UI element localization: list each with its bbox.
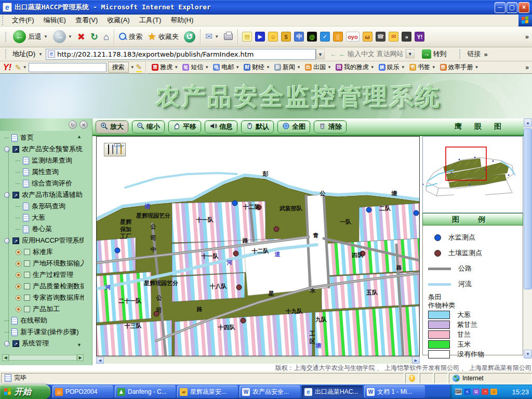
menu-item-4[interactable]: 工具(T) (135, 15, 166, 26)
mail-caret-icon[interactable]: ▼ (215, 34, 219, 39)
yahoo-item-chart[interactable]: 财财经▼ (242, 63, 272, 72)
pencil-caret-icon[interactable]: ▼ (23, 65, 27, 70)
close-button[interactable]: × (518, 2, 529, 13)
expand-toggle-icon[interactable] (16, 307, 21, 312)
back-caret-icon[interactable]: ▼ (44, 34, 48, 39)
yahoo-search-input[interactable] (29, 63, 107, 72)
address-input[interactable]: e http://202.121.178.183/exportweb/publi… (46, 49, 316, 60)
sidebar-item-11[interactable]: 产地环境数据输入 (2, 258, 84, 269)
mail-button[interactable]: ✉▼ (203, 28, 221, 46)
start-button[interactable]: 开始 (0, 384, 50, 399)
page-vscrollbar[interactable]: ▲ ▼ (524, 118, 532, 358)
pencil-icon[interactable]: ✎ (15, 63, 21, 72)
highlighter-icon[interactable]: ✎ (136, 63, 142, 72)
keyboard-tray-icon[interactable]: ⌨ (455, 389, 462, 395)
y-messenger-icon[interactable]: Y! (415, 32, 424, 42)
history-button[interactable]: ↺ (181, 28, 198, 46)
water-monitor-point[interactable] (232, 201, 237, 206)
phone-black-icon[interactable]: ☎ (376, 32, 386, 42)
yahoo-item-bookmark[interactable]: 书书签▼ (407, 63, 438, 72)
sidebar-item-5[interactable]: ↗农产品市场流通辅助 (2, 189, 84, 201)
water-monitor-point[interactable] (414, 210, 419, 216)
map-tool-trash[interactable]: 清除 (314, 121, 347, 134)
clock[interactable]: 15:23 (512, 388, 529, 396)
sidebar-item-10[interactable]: 标准库 (2, 246, 84, 258)
map-tool-mouse[interactable]: 默认 (241, 121, 274, 134)
sidebar-item-4[interactable]: 综合查询评价 (2, 178, 84, 189)
links-menu[interactable]: 链接 » (457, 49, 488, 59)
taskbar-task-1[interactable]: ♟Danfeng - C... (115, 385, 176, 398)
yahoo-item-calendar[interactable]: 效效率手册▼ (438, 63, 481, 72)
sidebar-item-3[interactable]: 属性查询 (2, 166, 84, 178)
sidebar-hscrollbar[interactable]: ◀ ▶ (2, 354, 84, 361)
maximize-button[interactable]: ▢ (507, 2, 517, 13)
map-tool-zoom-out[interactable]: 缩小 (132, 121, 165, 134)
arrows-dark-icon[interactable]: » (402, 32, 411, 42)
sidebar-scroll-left-icon[interactable]: ◀ (2, 354, 9, 361)
expand-toggle-icon[interactable] (16, 295, 21, 301)
yahoo-item-phone-purple[interactable]: 短短信▼ (180, 63, 211, 72)
stop-button[interactable]: ✖ (75, 28, 88, 46)
menu-item-0[interactable]: 文件(F) (7, 15, 39, 26)
go-button[interactable]: → 转到 (419, 49, 450, 59)
yahoo-item-book[interactable]: 出出国▼ (303, 63, 334, 72)
map-folder-button[interactable] (121, 145, 122, 154)
oyo-red-icon[interactable]: oyo (346, 32, 360, 42)
tree-scroll-down-icon[interactable]: ▼ (77, 342, 82, 348)
farm-map-canvas[interactable]: 彭公塘塘星辉现园艺分星辉保加工厂公司中十一队十二队武装部队一队二队青路十二队道十… (97, 137, 419, 356)
smart-nav[interactable]: ← ← 输入中文 直达网站 ▼ (330, 49, 415, 59)
scroll-up-icon[interactable]: ▲ (524, 118, 532, 127)
sidebar-item-13[interactable]: 产品质量检测数据 (2, 281, 84, 292)
yahoo-item-y-red[interactable]: 雅雅虎▼ (150, 63, 180, 72)
taskbar-task-4[interactable]: e出口蔬菜HAC... (302, 385, 363, 398)
expand-toggle-icon[interactable] (4, 341, 10, 347)
sidebar-item-2[interactable]: 监测结果查询 (2, 155, 84, 166)
favorites-button[interactable]: ★ 收藏夹 (145, 28, 181, 46)
smartnav-caret-icon[interactable]: ▼ (406, 49, 415, 59)
map-scroll-right-icon[interactable]: ▶ (412, 357, 420, 364)
taskbar-task-0[interactable]: ☺POPO2004 (52, 385, 113, 398)
taskbar-task-3[interactable]: W农产品安全... (240, 385, 300, 398)
sidebar-item-1[interactable]: ↗农产品安全预警系统 (2, 143, 84, 155)
toolbar-overflow-chevron[interactable]: » (525, 33, 529, 41)
sidebar-item-15[interactable]: 产品加工 (2, 303, 84, 315)
sidebar-item-18[interactable]: ↗系统管理 (2, 338, 84, 349)
map-print-button[interactable] (112, 145, 113, 154)
expand-toggle-icon[interactable] (16, 249, 21, 255)
sidebar-scroll-right-icon[interactable]: ▶ (77, 354, 84, 361)
book-orange-icon[interactable]: ▯ (333, 32, 343, 42)
water-monitor-point[interactable] (115, 248, 120, 253)
map-tool-zoom-in[interactable]: 放大 (96, 121, 128, 134)
yahoo-item-star-blue[interactable]: 娱娱乐▼ (377, 63, 407, 72)
soil-monitor-point[interactable] (241, 318, 246, 323)
tree-scroll-up-icon[interactable]: ▲ (77, 134, 82, 139)
yahoo-item-my-circle[interactable]: 我我的雅虎▼ (334, 63, 377, 72)
sidebar-item-8[interactable]: 卷心菜 (2, 223, 84, 235)
yahoo-overflow-chevron[interactable]: » (525, 64, 529, 71)
sidebar-item-6[interactable]: 条形码查询 (2, 201, 84, 212)
expand-toggle-icon[interactable] (16, 261, 21, 267)
widget-blue-icon[interactable]: 中 (294, 32, 304, 42)
sidebar-item-9[interactable]: ↗应用HACCP管理系统 (2, 235, 84, 246)
expand-toggle-icon[interactable] (16, 284, 21, 289)
messenger-blue-icon[interactable]: ▶ (255, 32, 265, 42)
alarm-tray-icon[interactable]: ◔ (482, 389, 488, 395)
taskbar-task-2[interactable]: ▰星辉蔬菜安... (177, 385, 238, 398)
menu-item-5[interactable]: 帮助(H) (166, 15, 198, 26)
farm-map[interactable]: 彭公塘塘星辉现园艺分星辉保加工厂公司中十一队十二队武装部队一队二队青路十二队道十… (96, 136, 420, 356)
sidebar-refresh-icon[interactable]: ↻ (69, 121, 77, 129)
soil-monitor-point[interactable] (236, 285, 242, 290)
menu-item-1[interactable]: 编辑(E) (39, 15, 71, 26)
sidebar-close-icon[interactable]: ✕ (79, 121, 88, 129)
mail-red-icon[interactable]: ✉ (389, 32, 398, 42)
power-green-icon[interactable]: @ (307, 32, 317, 42)
scroll-thumb[interactable] (524, 128, 532, 289)
map-tool-globe[interactable]: 全图 (277, 121, 310, 134)
sidebar-item-0[interactable]: 首页 (2, 132, 84, 143)
circle-blue-icon[interactable]: ✓ (320, 32, 330, 42)
map-tool-hand[interactable]: 平移 (168, 121, 201, 134)
map-mail-button[interactable] (116, 145, 117, 154)
back-button[interactable]: ← 后退 ▼ (10, 28, 50, 46)
yahoo-search-caret[interactable]: ▼ (130, 65, 135, 70)
yahoo-item-news[interactable]: 新新闻▼ (272, 63, 303, 72)
